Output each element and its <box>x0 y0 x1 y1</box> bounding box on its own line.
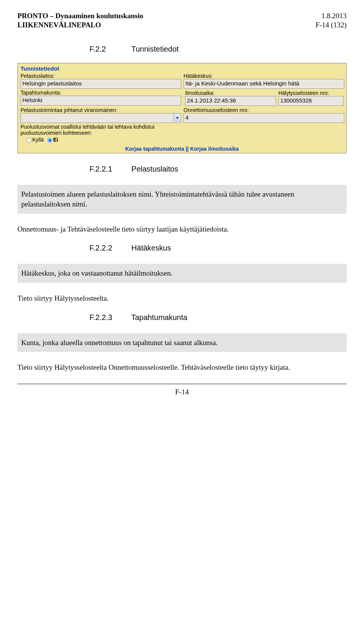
footer-page-number: F-14 <box>17 388 347 396</box>
radio-label-kylla: Kyllä <box>32 137 44 143</box>
radio-ei[interactable] <box>47 138 52 143</box>
footer-rule <box>17 384 347 384</box>
radio-label-ei: Ei <box>53 137 58 143</box>
heading-title: Pelastuslaitos <box>132 165 178 173</box>
heading-title: Hätäkeskus <box>132 244 171 252</box>
field-hatakeskus[interactable]: Itä- ja Keski-Uudenmaan sekä Helsingin h… <box>184 79 344 89</box>
doc-title-1: PRONTO – Dynaaminen koulutuskansio <box>17 11 143 20</box>
label-halytysselosteen-nro: Hälytysselosteen nro: <box>278 90 344 96</box>
chevron-down-icon[interactable]: ▾ <box>174 113 181 122</box>
label-pelastuslaitos: Pelastuslaitos: <box>20 73 181 79</box>
heading-number: F.2.2.3 <box>89 313 129 322</box>
field-onnettomuusselosteen-nro[interactable]: 4 <box>184 113 344 123</box>
heading-f223: F.2.2.3 Tapahtumakunta <box>89 313 347 322</box>
heading-number: F.2.2.2 <box>89 244 129 252</box>
radio-kylla[interactable] <box>27 138 31 143</box>
label-onnettomuusselosteen-nro: Onnettomuusselosteen nro: <box>184 107 344 113</box>
field-halytysselosteen-nro[interactable]: 1300055326 <box>278 96 344 106</box>
heading-f22: F.2.2 Tunnistetiedot <box>89 45 347 54</box>
label-puolustus-2: puolustusvoimien kohteeseen: <box>20 130 344 136</box>
label-ilmoitusaika: Ilmoitusaika: <box>185 90 276 96</box>
tunnistetiedot-panel: Tunnistetiedot Pelastuslaitos: Helsingin… <box>17 63 347 154</box>
panel-link-bar[interactable]: Korjaa tapahtumakunta || Korjaa ilmoitus… <box>19 145 345 152</box>
label-hatakeskus: Hätäkeskus: <box>184 73 344 79</box>
panel-title: Tunnistetiedot <box>19 65 345 72</box>
doc-date: 1.8.2013 <box>315 11 347 20</box>
info-box-2: Hätäkeskus, joka on vastaanottanut hätäi… <box>17 264 347 283</box>
label-tapahtumakunta: Tapahtumakunta: <box>20 90 181 96</box>
heading-number: F.2.2 <box>89 45 129 54</box>
doc-pagecode: F-14 (132) <box>315 20 347 30</box>
info-box-1: Pelastustoimen alueen pelastuslaitoksen … <box>17 185 347 213</box>
field-viranomainen[interactable]: ▾ <box>20 113 181 123</box>
page-header: PRONTO – Dynaaminen koulutuskansio LIIKE… <box>17 11 347 30</box>
field-pelastuslaitos[interactable]: Helsingin pelastuslaitos <box>20 79 181 89</box>
heading-title: Tapahtumakunta <box>131 313 187 322</box>
heading-title: Tunnistetiedot <box>131 45 179 53</box>
heading-f221: F.2.2.1 Pelastuslaitos <box>89 165 347 173</box>
heading-number: F.2.2.1 <box>89 165 129 173</box>
field-tapahtumakunta[interactable]: Helsinki <box>20 96 181 106</box>
label-viranomainen: Pelastustoimintaa johtanut viranomainen: <box>20 107 181 113</box>
paragraph-2: Tieto siirtyy Hälytysselosteelta. <box>17 293 347 303</box>
field-ilmoitusaika[interactable]: 24.1.2013 22:45:36 <box>185 96 276 106</box>
paragraph-3: Tieto siirtyy Hälytysselosteelta Onnetto… <box>17 362 347 372</box>
heading-f222: F.2.2.2 Hätäkeskus <box>89 244 347 252</box>
paragraph-1: Onnettomuus- ja Tehtäväselosteelle tieto… <box>17 224 347 234</box>
doc-title-2: LIIKENNEVÄLINEPALO <box>17 20 143 30</box>
info-box-3: Kunta, jonka alueella onnettomuus on tap… <box>17 333 347 352</box>
label-puolustus-1: Puolustusvoimat osallistui tehtävään tai… <box>20 124 344 130</box>
